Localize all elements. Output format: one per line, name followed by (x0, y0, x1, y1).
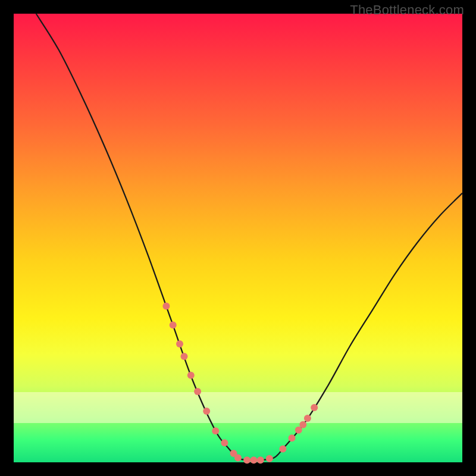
highlight-dot (212, 427, 219, 434)
highlight-dot (181, 353, 188, 360)
highlight-dot (203, 408, 210, 415)
highlight-dot (221, 439, 228, 446)
bottleneck-curve (36, 14, 462, 461)
watermark-text: TheBottleneck.com (350, 2, 464, 18)
highlight-dot (187, 372, 195, 379)
highlight-dot (304, 415, 311, 422)
curve-path (36, 14, 462, 461)
highlight-dot (266, 455, 273, 462)
highlight-dot (243, 456, 250, 464)
highlight-dot (170, 321, 177, 328)
highlight-dot (257, 456, 264, 464)
highlight-dot (162, 303, 170, 310)
highlight-dot (234, 455, 242, 462)
plot-area (14, 14, 462, 462)
highlight-dot (299, 421, 306, 428)
highlight-dot (311, 404, 318, 411)
chart-stage: TheBottleneck.com (0, 0, 476, 476)
highlight-dot (176, 340, 183, 347)
highlight-dot (289, 434, 296, 441)
highlight-dot (279, 445, 286, 452)
highlight-dot (194, 388, 201, 395)
curve-layer (14, 14, 462, 462)
highlight-dot (250, 456, 257, 464)
highlight-dots (162, 303, 318, 464)
